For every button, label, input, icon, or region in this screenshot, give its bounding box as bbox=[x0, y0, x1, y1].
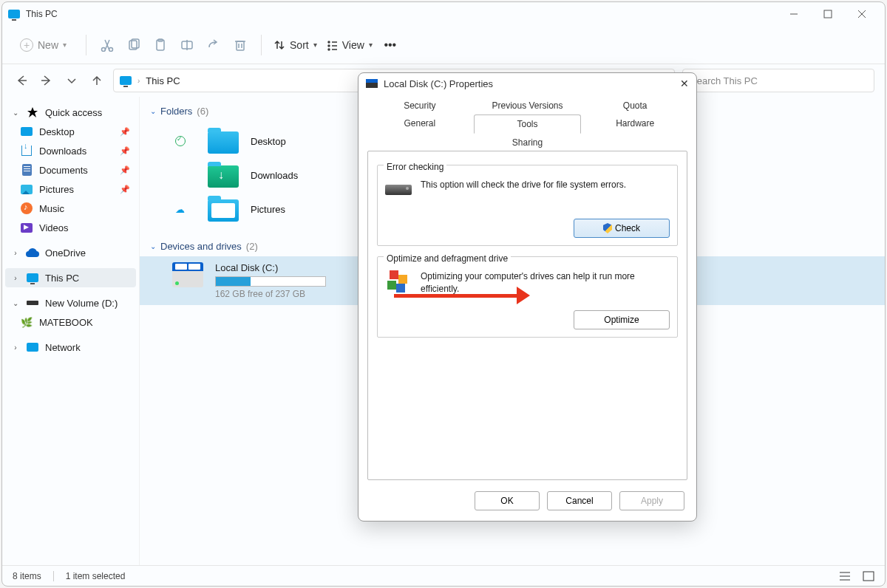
document-icon bbox=[22, 164, 32, 176]
sidebar-music[interactable]: Music bbox=[5, 199, 136, 218]
tab-security[interactable]: Security bbox=[366, 97, 474, 114]
tab-general[interactable]: General bbox=[366, 114, 474, 134]
check-button[interactable]: Check bbox=[574, 219, 670, 238]
svg-point-5 bbox=[109, 47, 113, 51]
dialog-close-button[interactable]: ✕ bbox=[680, 78, 689, 89]
optimize-button[interactable]: Optimize bbox=[574, 310, 670, 329]
sidebar-videos[interactable]: Videos bbox=[5, 218, 136, 237]
chevron-right-icon: › bbox=[11, 249, 20, 257]
dialog-titlebar: Local Disk (C:) Properties ✕ bbox=[358, 73, 696, 94]
new-button[interactable]: + New ▾ bbox=[13, 34, 74, 56]
tab-previous-versions[interactable]: Previous Versions bbox=[474, 97, 582, 114]
forward-button[interactable] bbox=[38, 75, 55, 86]
svg-rect-1 bbox=[824, 10, 832, 18]
breadcrumb-this-pc[interactable]: This PC bbox=[146, 75, 180, 86]
disk-icon bbox=[172, 262, 203, 287]
folder-icon bbox=[208, 196, 239, 222]
sidebar-desktop[interactable]: Desktop📌 bbox=[5, 122, 136, 141]
network-icon bbox=[27, 343, 38, 352]
video-icon bbox=[21, 223, 33, 233]
tab-quota[interactable]: Quota bbox=[581, 97, 689, 114]
chevron-down-icon: ▾ bbox=[313, 41, 317, 49]
drive-icon bbox=[27, 301, 38, 305]
share-icon[interactable] bbox=[205, 36, 222, 54]
status-bar: 8 items 1 item selected bbox=[2, 565, 885, 586]
capacity-bar bbox=[215, 276, 326, 287]
sidebar-quick-access[interactable]: ⌄Quick access bbox=[5, 103, 136, 122]
shield-icon bbox=[603, 223, 612, 233]
recent-dropdown[interactable] bbox=[63, 75, 81, 86]
details-view-icon[interactable] bbox=[839, 571, 851, 581]
chevron-down-icon: ▾ bbox=[369, 41, 373, 49]
folder-icon bbox=[208, 163, 239, 188]
sync-ok-icon bbox=[175, 136, 186, 146]
tab-tools[interactable]: Tools bbox=[474, 114, 582, 134]
sidebar-onedrive[interactable]: ›OneDrive bbox=[5, 243, 136, 262]
chevron-down-icon: ⌄ bbox=[150, 107, 156, 115]
svg-point-18 bbox=[328, 49, 330, 50]
view-button[interactable]: View ▾ bbox=[326, 39, 373, 51]
chevron-right-icon: › bbox=[137, 77, 140, 85]
sort-button[interactable]: Sort ▾ bbox=[273, 39, 317, 51]
plus-icon: + bbox=[20, 38, 33, 52]
svg-rect-12 bbox=[237, 41, 244, 50]
onedrive-icon bbox=[26, 248, 39, 257]
sidebar: ⌄Quick access Desktop📌 Downloads📌 Docume… bbox=[2, 97, 140, 565]
explorer-window: This PC + New ▾ Sort ▾ View ▾ •• bbox=[1, 1, 886, 587]
desktop-icon bbox=[21, 127, 33, 136]
sidebar-this-pc[interactable]: ›This PC bbox=[5, 268, 136, 287]
paste-icon[interactable] bbox=[152, 36, 169, 54]
cut-icon[interactable] bbox=[98, 36, 116, 54]
error-checking-group: Error checking This option will check th… bbox=[377, 165, 678, 246]
pictures-icon bbox=[21, 185, 33, 194]
chevron-down-icon: ▾ bbox=[63, 41, 67, 49]
sidebar-pictures[interactable]: Pictures📌 bbox=[5, 180, 136, 199]
cloud-icon: ☁ bbox=[175, 204, 186, 214]
cancel-button[interactable]: Cancel bbox=[547, 491, 612, 510]
folder-icon: 🌿 bbox=[20, 315, 33, 329]
disk-icon bbox=[366, 79, 378, 88]
ok-button[interactable]: OK bbox=[475, 491, 540, 510]
separator bbox=[86, 35, 86, 55]
sidebar-downloads[interactable]: Downloads📌 bbox=[5, 141, 136, 160]
tab-hardware[interactable]: Hardware bbox=[581, 114, 689, 134]
item-count: 8 items bbox=[13, 571, 41, 581]
maximize-button[interactable] bbox=[811, 2, 845, 26]
search-input[interactable]: Search This PC bbox=[682, 69, 874, 92]
thumbnails-view-icon[interactable] bbox=[863, 571, 874, 581]
more-button[interactable]: ••• bbox=[381, 36, 399, 54]
sidebar-documents[interactable]: Documents📌 bbox=[5, 160, 136, 180]
window-title: This PC bbox=[26, 9, 777, 19]
dialog-tabs: Security Previous Versions Quota General… bbox=[358, 94, 696, 151]
pin-icon: 📌 bbox=[120, 127, 130, 137]
rename-icon[interactable] bbox=[178, 36, 196, 54]
svg-rect-25 bbox=[863, 572, 874, 581]
download-icon bbox=[21, 146, 32, 156]
svg-point-17 bbox=[328, 45, 330, 47]
titlebar: This PC bbox=[2, 2, 885, 26]
pin-icon: 📌 bbox=[120, 165, 130, 175]
selection-count: 1 item selected bbox=[66, 571, 126, 581]
chevron-down-icon: ⌄ bbox=[11, 109, 20, 117]
up-button[interactable] bbox=[88, 75, 106, 86]
this-pc-icon bbox=[120, 76, 132, 85]
tools-panel: Error checking This option will check th… bbox=[367, 151, 687, 480]
sidebar-new-volume[interactable]: ⌄New Volume (D:) bbox=[5, 293, 136, 312]
chevron-down-icon: ⌄ bbox=[150, 242, 156, 250]
close-button[interactable] bbox=[845, 2, 879, 26]
sidebar-matebook[interactable]: 🌿MATEBOOK bbox=[5, 312, 136, 332]
this-pc-icon bbox=[27, 273, 38, 282]
copy-icon[interactable] bbox=[125, 36, 143, 54]
minimize-button[interactable] bbox=[777, 2, 811, 26]
tab-sharing[interactable]: Sharing bbox=[366, 134, 689, 151]
svg-point-16 bbox=[328, 41, 330, 43]
back-button[interactable] bbox=[13, 75, 30, 86]
separator bbox=[261, 35, 262, 55]
apply-button[interactable]: Apply bbox=[619, 491, 684, 510]
chevron-right-icon: › bbox=[11, 274, 20, 282]
svg-point-4 bbox=[102, 47, 106, 51]
delete-icon[interactable] bbox=[231, 36, 249, 54]
folder-icon bbox=[208, 129, 239, 154]
sidebar-network[interactable]: ›Network bbox=[5, 338, 136, 357]
pin-icon: 📌 bbox=[120, 185, 130, 194]
